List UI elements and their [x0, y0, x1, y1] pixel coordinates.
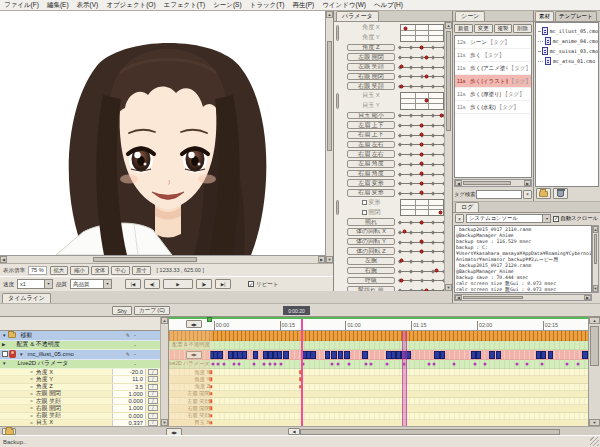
- caret-icon[interactable]: ▼: [19, 352, 23, 357]
- material-item[interactable]: mc_anime_04.cmo: [536, 36, 598, 46]
- keyframe-square[interactable]: [254, 352, 258, 358]
- keyframe-square[interactable]: [583, 352, 587, 358]
- tab-timeline[interactable]: タイムライン: [2, 293, 51, 303]
- scene-horizontal-scrollbar[interactable]: ◀ ▶: [454, 179, 532, 187]
- menu-item[interactable]: ヘルプ(H): [370, 1, 407, 10]
- curve-button[interactable]: /: [148, 384, 158, 390]
- scroll-right-icon[interactable]: ▶: [584, 295, 591, 300]
- curve-button[interactable]: /: [148, 376, 158, 382]
- keyframe-dot[interactable]: [566, 362, 569, 365]
- menu-item[interactable]: 表示(V): [73, 1, 103, 10]
- track-row[interactable]: ▶配置 & 不透明度-: [0, 341, 160, 351]
- param-value-dot[interactable]: [400, 259, 404, 263]
- param-slider[interactable]: [400, 164, 444, 165]
- keyframe-dot[interactable]: [238, 362, 241, 365]
- timeline-ruler[interactable]: 00:0000:1501:0001:1502:0002:15◀▶: [169, 317, 588, 331]
- keyframe-square[interactable]: [387, 352, 391, 358]
- param-slider[interactable]: [400, 154, 444, 155]
- zoom-button[interactable]: 全体: [91, 266, 110, 275]
- param-label[interactable]: 右眼 開閉: [347, 73, 395, 81]
- param-label[interactable]: 開閉: [347, 208, 395, 217]
- curve-button[interactable]: /: [148, 405, 158, 411]
- keyframe-marker[interactable]: [209, 414, 213, 418]
- keyframe-dot[interactable]: [433, 362, 436, 365]
- quality-select[interactable]: 高品質 ▼: [70, 279, 112, 289]
- keyframe-dot[interactable]: [348, 362, 351, 365]
- keyframe-dot[interactable]: [280, 362, 283, 365]
- keyframe-dot[interactable]: [364, 362, 367, 365]
- caret-icon[interactable]: ▶: [2, 342, 5, 347]
- scroll-right-icon[interactable]: ▶: [524, 180, 531, 186]
- keyframe-marker[interactable]: [209, 399, 213, 403]
- keyframe-square[interactable]: [278, 352, 282, 358]
- keyframe-dot[interactable]: [576, 362, 579, 365]
- keyframe-dot[interactable]: [336, 362, 339, 365]
- keyframe-square[interactable]: [326, 352, 330, 358]
- scene-toolbar-button[interactable]: 削除: [513, 24, 532, 33]
- keyframe-square[interactable]: [311, 352, 315, 358]
- curve-button[interactable]: /: [148, 391, 158, 397]
- param-label[interactable]: 角度 Z: [347, 44, 395, 52]
- shy-button[interactable]: Shy: [112, 306, 132, 315]
- parameter-scrollbar[interactable]: ▲ ▼: [444, 22, 452, 291]
- speed-select[interactable]: x1 ▼: [17, 279, 53, 289]
- collapse-icon[interactable]: -: [134, 361, 136, 367]
- param-label[interactable]: 右眼 笑顔: [347, 82, 395, 90]
- param-slider[interactable]: [400, 193, 444, 194]
- repeat-toggle[interactable]: ✓ リピート: [248, 281, 278, 288]
- transport-button[interactable]: |▶: [196, 279, 212, 289]
- timeline-selected-column[interactable]: [402, 331, 407, 426]
- param-slider[interactable]: [400, 76, 444, 77]
- keyframe-dot[interactable]: [473, 362, 476, 365]
- checkbox-icon[interactable]: [362, 210, 367, 215]
- scene-row[interactable]: 11s歩く(イラスト塗り)【タグ】: [455, 75, 531, 88]
- keyframe-square[interactable]: [332, 352, 336, 358]
- keyframe-dot[interactable]: [232, 362, 235, 365]
- tab-scene[interactable]: シーン: [455, 11, 485, 21]
- param-slider[interactable]: [400, 135, 444, 136]
- param-value-dot[interactable]: [399, 84, 403, 88]
- timeline-keyframe-area[interactable]: 00:0000:1501:0001:1502:0002:15◀▶ 配置 & 不透…: [168, 316, 588, 426]
- param-slider[interactable]: [400, 144, 444, 145]
- keyframe-square[interactable]: [363, 352, 367, 358]
- param-xy-grid[interactable]: [400, 92, 444, 110]
- keyframe-square[interactable]: [345, 352, 349, 358]
- track-row[interactable]: ▼mc_illust_05.cmo✎-: [0, 350, 160, 360]
- param-value-dot[interactable]: [420, 142, 424, 146]
- scroll-left-icon[interactable]: ◀: [0, 256, 7, 263]
- track-row[interactable]: ▼移動✎-: [0, 331, 160, 341]
- keyframe-dot[interactable]: [211, 362, 214, 365]
- keyframe-dot[interactable]: [540, 362, 543, 365]
- param-label[interactable]: 角度 X: [347, 23, 395, 32]
- param-label[interactable]: 左眼 開閉: [347, 53, 395, 61]
- material-tab[interactable]: テンプレート: [555, 11, 597, 21]
- transport-button[interactable]: ▶|: [215, 279, 231, 289]
- timeline-horizontal-scrollbar[interactable]: ◀▶ ◀: [0, 426, 600, 435]
- scrollbar-thumb[interactable]: [463, 181, 511, 185]
- param-label[interactable]: 目玉 X: [347, 91, 395, 100]
- menu-item[interactable]: トラック(T): [246, 1, 289, 10]
- param-label[interactable]: 目玉 Y: [347, 101, 395, 110]
- canvas-viewport[interactable]: [0, 11, 325, 255]
- scroll-up-icon[interactable]: ▲: [326, 11, 333, 18]
- param-label[interactable]: 目玉 縮小: [347, 112, 395, 120]
- timeline-vertical-scrollbar[interactable]: ▲ ▼: [588, 316, 600, 426]
- scrollbar-thumb[interactable]: [327, 41, 332, 151]
- keyframe-square[interactable]: [549, 352, 553, 358]
- scrollbar-thumb[interactable]: [300, 429, 560, 435]
- keyframe-square[interactable]: [243, 352, 247, 358]
- param-slider[interactable]: [400, 47, 444, 48]
- keyframe-dot[interactable]: [268, 362, 271, 365]
- scrollbar-thumb[interactable]: [594, 234, 597, 264]
- param-label[interactable]: 右眉 上下: [347, 131, 395, 139]
- material-tab[interactable]: 素材: [535, 11, 554, 21]
- scrollbar-thumb[interactable]: [590, 326, 599, 366]
- keyframe-square[interactable]: [542, 352, 546, 358]
- keyframe-square[interactable]: [537, 352, 541, 358]
- delete-button[interactable]: [553, 188, 568, 199]
- param-value-dot[interactable]: [420, 249, 424, 253]
- log-output[interactable]: _backup2015_0917_2110.canm@BackupManager…: [454, 225, 592, 293]
- keyframe-dot[interactable]: [262, 362, 265, 365]
- dropdown-arrow-icon[interactable]: ▼: [542, 215, 550, 222]
- keyframe-square[interactable]: [284, 352, 288, 358]
